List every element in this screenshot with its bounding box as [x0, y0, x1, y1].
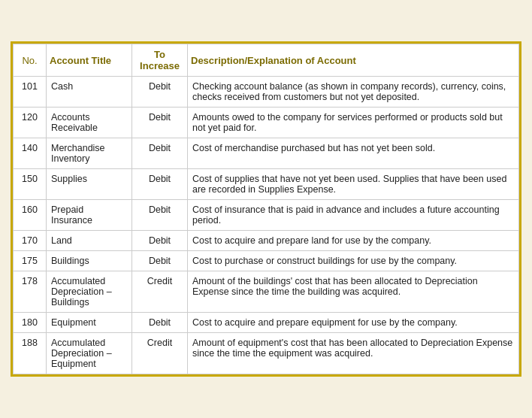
cell-title: Accumulated Depreciation – Buildings [47, 271, 132, 313]
cell-description: Amount of equipment's cost that has been… [188, 333, 519, 374]
header-to-increase: ToIncrease [132, 44, 188, 77]
cell-title: Accumulated Depreciation – Equipment [47, 333, 132, 374]
cell-description: Checking account balance (as shown in co… [188, 77, 519, 108]
cell-no: 170 [14, 231, 47, 251]
cell-no: 101 [14, 77, 47, 108]
cell-increase: Debit [132, 77, 188, 108]
cell-description: Amount of the buildings' cost that has b… [188, 271, 519, 313]
table-row: 180EquipmentDebitCost to acquire and pre… [14, 313, 519, 333]
table-row: 150SuppliesDebitCost of supplies that ha… [14, 169, 519, 200]
cell-description: Cost of supplies that have not yet been … [188, 169, 519, 200]
cell-title: Prepaid Insurance [47, 200, 132, 231]
header-account-title: Account Title [47, 44, 132, 77]
cell-increase: Credit [132, 333, 188, 374]
table-row: 170LandDebitCost to acquire and prepare … [14, 231, 519, 251]
cell-title: Cash [47, 77, 132, 108]
cell-description: Cost of merchandise purchased but has no… [188, 138, 519, 169]
cell-description: Cost to purchase or construct buildings … [188, 251, 519, 271]
cell-increase: Debit [132, 108, 188, 138]
table-row: 188Accumulated Depreciation – EquipmentC… [14, 333, 519, 374]
cell-description: Cost to acquire and prepare equipment fo… [188, 313, 519, 333]
cell-no: 180 [14, 313, 47, 333]
cell-increase: Debit [132, 251, 188, 271]
table-row: 175BuildingsDebitCost to purchase or con… [14, 251, 519, 271]
cell-no: 175 [14, 251, 47, 271]
cell-increase: Debit [132, 200, 188, 231]
cell-description: Cost to acquire and prepare land for use… [188, 231, 519, 251]
table-row: 140Merchandise InventoryDebitCost of mer… [14, 138, 519, 169]
cell-no: 150 [14, 169, 47, 200]
cell-description: Amounts owed to the company for services… [188, 108, 519, 138]
table-row: 101CashDebitChecking account balance (as… [14, 77, 519, 108]
cell-title: Merchandise Inventory [47, 138, 132, 169]
cell-title: Supplies [47, 169, 132, 200]
header-description: Description/Explanation of Account [188, 44, 519, 77]
cell-title: Buildings [47, 251, 132, 271]
cell-increase: Credit [132, 271, 188, 313]
table-row: 120Accounts ReceivableDebitAmounts owed … [14, 108, 519, 138]
cell-increase: Debit [132, 169, 188, 200]
cell-no: 120 [14, 108, 47, 138]
table-row: 178Accumulated Depreciation – BuildingsC… [14, 271, 519, 313]
cell-title: Equipment [47, 313, 132, 333]
cell-no: 160 [14, 200, 47, 231]
cell-description: Cost of insurance that is paid in advanc… [188, 200, 519, 231]
cell-no: 140 [14, 138, 47, 169]
account-table: No. Account Title ToIncrease Description… [13, 44, 519, 374]
cell-increase: Debit [132, 138, 188, 169]
cell-title: Land [47, 231, 132, 251]
cell-no: 178 [14, 271, 47, 313]
cell-increase: Debit [132, 231, 188, 251]
cell-no: 188 [14, 333, 47, 374]
table-row: 160Prepaid InsuranceDebitCost of insuran… [14, 200, 519, 231]
table-container: No. Account Title ToIncrease Description… [11, 41, 521, 377]
header-no: No. [14, 44, 47, 77]
cell-title: Accounts Receivable [47, 108, 132, 138]
cell-increase: Debit [132, 313, 188, 333]
